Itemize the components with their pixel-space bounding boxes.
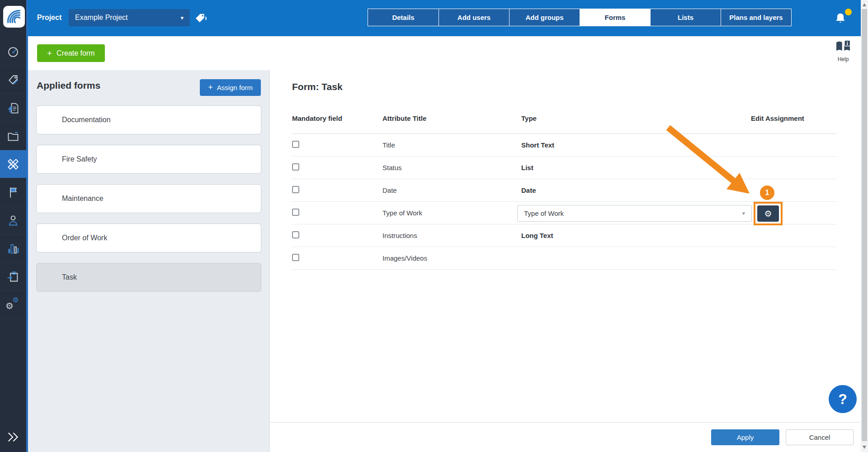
form-card-task[interactable]: Task [36,263,261,292]
dashboard-gauge-icon [7,46,19,58]
form-detail-title: Form: Task [292,81,343,92]
project-label: Project [37,14,61,22]
type-cell: Date [521,186,751,194]
swirl-logo-icon [5,8,23,26]
form-card-documentation[interactable]: Documentation [36,105,261,134]
type-of-work-dropdown-value: Type of Work [524,209,742,217]
app-logo[interactable] [3,6,25,28]
sidebar-item-dashboard[interactable] [0,38,26,66]
sidebar-item-reports[interactable] [0,94,26,122]
app-sidebar: ⚙ ⚙ [0,0,28,452]
sidebar-item-statistics[interactable] [0,234,26,262]
bar-chart-icon [7,242,19,255]
form-detail-panel: Form: Task Mandatory field Attribute Tit… [269,70,861,452]
sidebar-item-tags[interactable] [0,66,26,94]
tab-forms[interactable]: Forms [580,9,650,26]
flag-icon [7,186,19,199]
column-type: Type [521,114,751,122]
applied-forms-list: Documentation Fire Safety Maintenance Or… [36,105,261,302]
column-edit-assignment: Edit Assignment [751,114,837,122]
user-icon [7,214,19,227]
tag-icon [7,74,19,86]
table-row-title: Title Short Text [292,134,837,157]
gear-large-icon: ⚙ [5,300,14,311]
sidebar-item-clipboard-transfer[interactable] [0,262,26,290]
attributes-table: Mandatory field Attribute Title Type Edi… [292,103,837,270]
notification-dot [845,9,852,15]
tab-plans-and-layers[interactable]: Plans and layers [721,9,791,26]
toolbar-strip: + Create form Help [28,36,861,70]
tag-filled-icon [194,12,207,24]
mandatory-checkbox[interactable] [292,231,299,238]
table-row-type-of-work: Type of Work Type of Work ▾ ⚙ [292,202,837,224]
tab-details[interactable]: Details [368,9,439,26]
table-row-status: Status List [292,157,837,179]
table-row-date: Date Date [292,179,837,202]
sidebar-item-users[interactable] [0,206,26,234]
measure-tools-icon [6,157,20,171]
create-form-button[interactable]: + Create form [37,44,105,62]
assign-form-label: Assign form [217,84,253,91]
assign-form-button[interactable]: + Assign form [200,79,261,96]
attribute-title-cell: Type of Work [382,209,521,217]
project-selector[interactable]: Example Project ▾ [69,9,190,26]
attribute-title-cell: Instructions [382,232,521,239]
chevron-down-icon: ▾ [742,210,745,217]
scrollbar-down-arrow[interactable] [863,446,866,449]
tab-add-users[interactable]: Add users [439,9,509,26]
main-tabs: Details Add users Add groups Forms Lists… [368,9,792,26]
mandatory-checkbox[interactable] [292,141,299,148]
project-tags-button[interactable] [194,12,207,24]
column-attribute-title: Attribute Title [382,114,521,122]
cancel-button[interactable]: Cancel [786,429,854,445]
tab-lists[interactable]: Lists [650,9,721,26]
attribute-title-cell: Images/Videos [382,254,521,262]
mandatory-checkbox[interactable] [292,209,299,216]
help-label: Help [829,56,858,62]
form-card-fire-safety[interactable]: Fire Safety [36,145,261,174]
gear-small-icon: ⚙ [13,296,19,304]
scrollbar-up-arrow[interactable] [863,3,866,6]
apply-button[interactable]: Apply [711,429,779,445]
table-row-images-videos: Images/Videos [292,247,837,270]
table-row-instructions: Instructions Long Text [292,224,837,247]
applied-forms-panel: Applied forms + Assign form Documentatio… [28,70,269,452]
type-of-work-dropdown[interactable]: Type of Work ▾ [517,205,752,222]
mandatory-checkbox[interactable] [292,254,299,261]
attribute-title-cell: Status [382,164,521,171]
sidebar-item-measure-tools[interactable] [0,150,26,178]
help-book-icon [835,40,852,53]
mandatory-checkbox[interactable] [292,186,299,193]
notifications-button[interactable] [833,11,851,27]
mandatory-checkbox[interactable] [292,163,299,171]
tab-add-groups[interactable]: Add groups [509,9,580,26]
sidebar-item-settings[interactable]: ⚙ ⚙ [0,290,26,319]
plus-icon: + [208,83,213,92]
form-card-maintenance[interactable]: Maintenance [36,184,261,213]
project-selector-value: Example Project [75,14,180,22]
chevron-down-icon: ▾ [180,14,184,21]
double-chevron-right-icon [5,430,21,444]
footer-divider [270,422,861,423]
type-cell: Long Text [521,232,751,239]
scrollbar-thumb[interactable] [862,9,867,441]
type-cell: List [521,164,751,171]
floating-help-button[interactable]: ? [829,385,857,413]
top-header: Project Example Project ▾ Details Add us… [28,0,861,36]
create-form-label: Create form [57,49,94,57]
folder-icon [7,130,19,143]
table-header-row: Mandatory field Attribute Title Type Edi… [292,103,837,134]
edit-assignment-gear-button[interactable]: ⚙ [757,205,779,222]
column-mandatory-field: Mandatory field [292,114,382,122]
help-button[interactable]: Help [829,40,858,62]
applied-forms-title: Applied forms [37,80,100,91]
sidebar-item-folders[interactable] [0,122,26,150]
type-cell: Short Text [521,141,751,149]
attribute-title-cell: Date [382,186,521,194]
clipboard-transfer-icon [7,270,19,283]
form-card-order-of-work[interactable]: Order of Work [36,224,261,252]
sidebar-item-flags[interactable] [0,178,26,206]
collapse-sidebar-button[interactable] [5,430,23,446]
page-scrollbar [861,0,868,452]
report-stamp-icon [7,102,19,114]
